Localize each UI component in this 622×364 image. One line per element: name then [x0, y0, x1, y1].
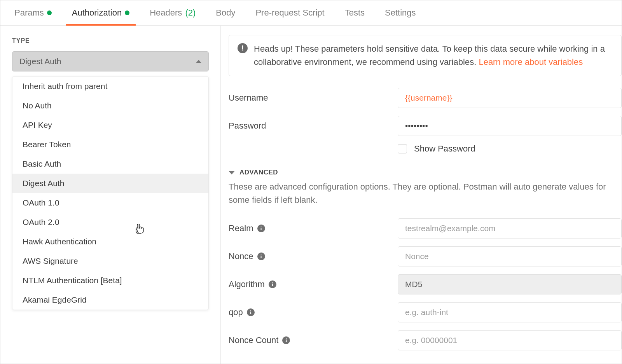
sensitive-data-notice: ! Heads up! These parameters hold sensit… [229, 35, 622, 76]
auth-settings-panel: ! Heads up! These parameters hold sensit… [221, 26, 622, 364]
option-bearer-token[interactable]: Bearer Token [12, 135, 208, 154]
password-label: Password [229, 121, 398, 131]
nonce-count-input[interactable] [398, 330, 622, 350]
realm-input[interactable] [398, 218, 622, 239]
caret-up-icon [196, 60, 201, 63]
tab-body[interactable]: Body [206, 0, 245, 25]
info-icon[interactable]: i [269, 280, 276, 288]
tab-label: Headers [150, 8, 182, 18]
auth-type-dropdown-list: Inherit auth from parent No Auth API Key… [12, 76, 209, 310]
auth-type-dropdown[interactable]: Digest Auth [12, 51, 209, 71]
nonce-label: Nonce i [229, 251, 398, 261]
password-input[interactable] [398, 116, 622, 136]
nonce-row: Nonce i [229, 246, 622, 266]
algorithm-label: Algorithm i [229, 279, 398, 289]
option-basic-auth[interactable]: Basic Auth [12, 154, 208, 174]
tab-label: Body [216, 8, 235, 18]
qop-row: qop i [229, 302, 622, 322]
tab-label: Authorization [72, 8, 122, 18]
algorithm-value: MD5 [405, 280, 422, 289]
algorithm-row: Algorithm i MD5 [229, 274, 622, 294]
option-akamai[interactable]: Akamai EgdeGrid [12, 290, 208, 310]
tab-params[interactable]: Params [4, 0, 62, 25]
tab-label: Tests [345, 8, 365, 18]
request-tabs: Params Authorization Headers (2) Body Pr… [0, 0, 622, 26]
learn-more-link[interactable]: Learn more about variables [479, 57, 583, 67]
username-row: Username [229, 88, 622, 108]
username-label: Username [229, 93, 398, 103]
algorithm-label-text: Algorithm [229, 279, 265, 289]
headers-count: (2) [185, 8, 196, 18]
info-icon[interactable]: i [282, 336, 290, 344]
dot-indicator-icon [47, 10, 52, 15]
option-aws-signature[interactable]: AWS Signature [12, 251, 208, 271]
nonce-label-text: Nonce [229, 251, 253, 261]
tab-settings[interactable]: Settings [375, 0, 426, 25]
nonce-count-label: Nonce Count i [229, 335, 398, 345]
option-oauth2[interactable]: OAuth 2.0 [12, 212, 208, 232]
advanced-description: These are advanced configuration options… [229, 180, 622, 207]
password-row: Password [229, 116, 622, 136]
tab-pre-request-script[interactable]: Pre-request Script [245, 0, 334, 25]
nonce-input[interactable] [398, 246, 622, 266]
content-area: TYPE Digest Auth Inherit auth from paren… [0, 26, 622, 364]
realm-label-text: Realm [229, 223, 253, 233]
info-icon[interactable]: i [257, 225, 265, 232]
tab-label: Params [14, 8, 44, 18]
tab-authorization[interactable]: Authorization [62, 0, 140, 25]
show-password-row: Show Password [398, 144, 622, 154]
dot-indicator-icon [125, 10, 129, 15]
notice-text: Heads up! These parameters hold sensitiv… [254, 42, 613, 69]
option-hawk[interactable]: Hawk Authentication [12, 232, 208, 251]
show-password-checkbox[interactable] [398, 144, 407, 153]
dropdown-selected-label: Digest Auth [19, 57, 61, 66]
info-icon[interactable]: i [257, 253, 265, 260]
qop-label-text: qop [229, 307, 243, 317]
qop-input[interactable] [398, 302, 622, 322]
caret-down-icon [229, 171, 235, 174]
advanced-heading-label: ADVANCED [239, 169, 278, 176]
tab-headers[interactable]: Headers (2) [140, 0, 206, 25]
username-input[interactable] [398, 88, 622, 108]
option-inherit-auth[interactable]: Inherit auth from parent [12, 77, 208, 96]
realm-row: Realm i [229, 218, 622, 239]
auth-type-panel: TYPE Digest Auth Inherit auth from paren… [0, 26, 221, 364]
algorithm-select[interactable]: MD5 [398, 274, 622, 294]
option-no-auth[interactable]: No Auth [12, 96, 208, 115]
qop-label: qop i [229, 307, 398, 317]
realm-label: Realm i [229, 223, 398, 233]
nonce-count-row: Nonce Count i [229, 330, 622, 350]
tab-label: Pre-request Script [255, 8, 324, 18]
info-icon[interactable]: i [247, 308, 255, 316]
option-digest-auth[interactable]: Digest Auth [12, 174, 208, 193]
nonce-count-label-text: Nonce Count [229, 335, 278, 345]
advanced-toggle[interactable]: ADVANCED [229, 169, 622, 176]
tab-tests[interactable]: Tests [335, 0, 375, 25]
exclamation-icon: ! [238, 43, 248, 53]
tab-label: Settings [385, 8, 416, 18]
type-heading: TYPE [12, 37, 209, 44]
option-api-key[interactable]: API Key [12, 115, 208, 135]
show-password-label: Show Password [414, 144, 475, 154]
option-oauth1[interactable]: OAuth 1.0 [12, 193, 208, 212]
option-ntlm[interactable]: NTLM Authentication [Beta] [12, 271, 208, 290]
